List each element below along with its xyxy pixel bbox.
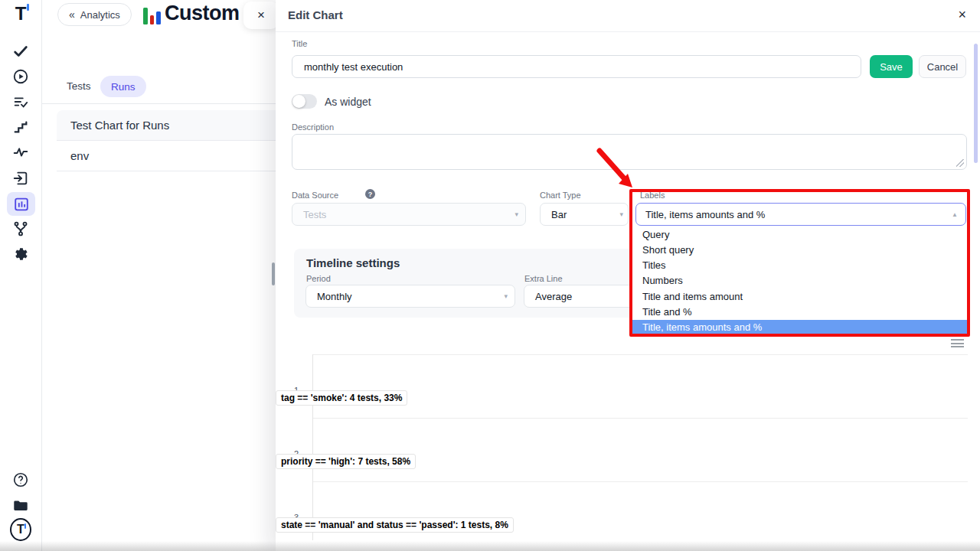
cancel-button[interactable]: Cancel bbox=[919, 55, 966, 78]
steps-icon bbox=[12, 119, 29, 135]
chart-type-label: Chart Type bbox=[540, 191, 581, 200]
resize-grip-icon[interactable] bbox=[956, 159, 964, 167]
option-title-and-percent[interactable]: Title and % bbox=[632, 304, 967, 319]
list-item-label: env bbox=[70, 149, 89, 162]
account-logo-button[interactable]: T bbox=[10, 519, 31, 540]
sidebar-item-analytics[interactable] bbox=[7, 192, 35, 216]
list-check-icon bbox=[12, 93, 29, 110]
option-query[interactable]: Query bbox=[632, 227, 967, 242]
sidebar-item-import[interactable] bbox=[10, 168, 31, 189]
title-input[interactable] bbox=[292, 55, 861, 78]
caret-down-icon: ▾ bbox=[504, 292, 508, 300]
option-title-items-amount[interactable]: Title and items amount bbox=[632, 289, 967, 304]
sidebar-item-runs[interactable] bbox=[10, 66, 31, 87]
option-short-query[interactable]: Short query bbox=[632, 242, 967, 257]
extra-line-label: Extra Line bbox=[524, 274, 563, 283]
data-source-label-text: Data Source bbox=[292, 191, 338, 200]
play-circle-icon bbox=[12, 68, 29, 85]
data-source-value: Tests bbox=[303, 209, 326, 220]
period-select[interactable]: Monthly ▾ bbox=[305, 285, 515, 308]
bar-row-3: 3 state == 'manual' and status == 'passe… bbox=[276, 493, 968, 541]
toggle-knob bbox=[292, 95, 305, 108]
list-item-env[interactable]: env bbox=[57, 141, 276, 171]
import-box-icon bbox=[12, 170, 29, 187]
bar-row-2: 2 priority == 'high': 7 tests, 58% bbox=[276, 429, 968, 478]
back-to-analytics-button[interactable]: « Analytics bbox=[57, 3, 132, 26]
chart-type-select[interactable]: Bar ▾ bbox=[540, 203, 629, 226]
period-label: Period bbox=[306, 274, 331, 283]
sidebar-item-steps[interactable] bbox=[10, 116, 31, 138]
bar-data-label: tag == 'smoke': 4 tests, 33% bbox=[276, 390, 407, 406]
tab-runs[interactable]: Runs bbox=[100, 76, 146, 97]
close-icon: × bbox=[257, 8, 265, 23]
as-widget-label: As widget bbox=[325, 96, 371, 108]
sidebar-item-pulse[interactable] bbox=[10, 142, 31, 163]
help-circle-icon bbox=[12, 471, 29, 488]
sidebar-item-settings[interactable] bbox=[10, 243, 31, 265]
period-value: Monthly bbox=[317, 291, 352, 302]
chart-type-value: Bar bbox=[551, 209, 567, 220]
pulse-icon bbox=[12, 144, 29, 161]
projects-button[interactable] bbox=[10, 494, 31, 516]
caret-down-icon: ▾ bbox=[619, 210, 623, 218]
description-field-label: Description bbox=[292, 122, 334, 132]
bar-row-1: 1 tag == 'smoke': 4 tests, 33% bbox=[276, 366, 968, 414]
check-icon bbox=[12, 43, 29, 60]
help-button[interactable] bbox=[10, 469, 31, 491]
labels-select[interactable]: Title, items amounts and % ▲ bbox=[635, 203, 966, 226]
bar-chart-icon bbox=[13, 196, 30, 213]
logo-t-glyph: T bbox=[15, 3, 27, 24]
sidebar-item-tests[interactable] bbox=[10, 41, 31, 62]
branch-icon bbox=[12, 220, 29, 237]
chart-menu-button[interactable] bbox=[951, 339, 964, 349]
gridline bbox=[312, 354, 968, 355]
description-textarea[interactable] bbox=[292, 134, 967, 170]
option-titles[interactable]: Titles bbox=[632, 258, 967, 273]
tab-tests[interactable]: Tests bbox=[67, 80, 91, 92]
caret-up-icon: ▲ bbox=[952, 211, 958, 218]
as-widget-toggle[interactable] bbox=[292, 94, 317, 109]
logo-circle-icon: T bbox=[10, 518, 31, 541]
labels-select-value: Title, items amounts and % bbox=[645, 209, 765, 220]
sidebar-item-test-plans[interactable] bbox=[10, 91, 31, 112]
bar-data-label: state == 'manual' and status == 'passed'… bbox=[276, 517, 514, 533]
back-chevrons-icon: « bbox=[69, 8, 75, 21]
app-root: T bbox=[0, 0, 980, 551]
caret-down-icon: ▾ bbox=[514, 210, 518, 218]
list-item-test-chart-for-runs[interactable]: Test Chart for Runs bbox=[57, 110, 276, 141]
colorful-chart-icon bbox=[143, 5, 162, 24]
title-field-label: Title bbox=[292, 39, 307, 48]
list-item-label: Test Chart for Runs bbox=[70, 119, 169, 132]
app-logo-icon[interactable]: T bbox=[10, 3, 31, 24]
bar-data-label: priority == 'high': 7 tests, 58% bbox=[276, 454, 416, 469]
save-button[interactable]: Save bbox=[870, 55, 913, 78]
page-close-button[interactable]: × bbox=[243, 2, 279, 29]
option-numbers[interactable]: Numbers bbox=[632, 273, 967, 289]
labels-options-list: Query Short query Titles Numbers Title a… bbox=[632, 227, 967, 335]
labels-field-label: Labels bbox=[640, 191, 665, 200]
panel-resize-handle[interactable] bbox=[272, 262, 275, 285]
gridline bbox=[312, 418, 968, 419]
gridline bbox=[312, 481, 968, 482]
sidebar-item-branches[interactable] bbox=[10, 218, 31, 240]
edit-chart-panel: Edit Chart × Title Save Cancel As widget… bbox=[276, 0, 980, 551]
folder-icon bbox=[12, 497, 29, 514]
help-badge-icon[interactable]: ? bbox=[365, 189, 375, 199]
back-button-label: Analytics bbox=[80, 9, 120, 21]
panel-header: Edit Chart × bbox=[276, 0, 980, 32]
data-source-label: Data Source ? bbox=[292, 191, 338, 200]
panel-scrollbar[interactable] bbox=[974, 44, 978, 163]
sidebar: T bbox=[0, 0, 42, 551]
extra-line-value: Average bbox=[535, 291, 572, 302]
data-source-select[interactable]: Tests ▾ bbox=[292, 203, 526, 226]
analytics-page: « Analytics Custom Ch × Tests Runs Test … bbox=[42, 0, 276, 551]
gear-icon bbox=[12, 246, 29, 262]
option-title-items-amounts-percent[interactable]: Title, items amounts and % bbox=[632, 320, 967, 335]
timeline-settings-title: Timeline settings bbox=[306, 256, 400, 269]
panel-close-icon[interactable]: × bbox=[958, 7, 966, 23]
tabs-divider bbox=[42, 103, 276, 104]
panel-title: Edit Chart bbox=[288, 8, 343, 21]
